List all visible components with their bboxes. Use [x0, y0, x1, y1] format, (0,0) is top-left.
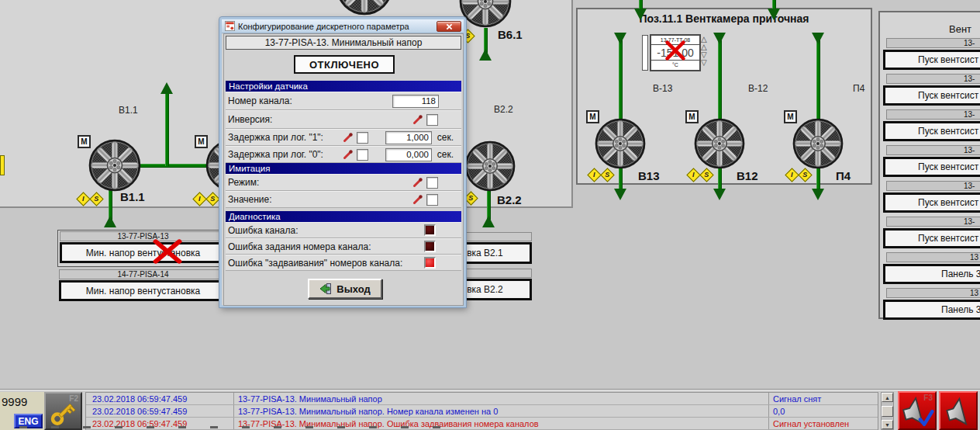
- fan-v13[interactable]: [595, 118, 646, 169]
- flow-arrow-up-icon: [104, 216, 116, 227]
- indicator-letter: I: [593, 172, 595, 179]
- vent-systems-title: Вент: [949, 23, 971, 35]
- pisa-13-button[interactable]: Мин. напор вентустановка: [60, 242, 226, 263]
- button-label: Пуск вентсист: [918, 197, 978, 208]
- edit-tool-icon[interactable]: [343, 149, 354, 160]
- scroll-down-button[interactable]: ▼: [882, 420, 893, 429]
- pisa-13-tag: 13-77-PISA-13: [117, 232, 168, 241]
- duct-label-v13: В-13: [653, 83, 672, 94]
- indicator-value: -151.00: [651, 45, 699, 61]
- indicator-letter: S: [94, 196, 98, 203]
- panel-button[interactable]: Панель 3: [883, 300, 980, 320]
- scroll-thumb[interactable]: [882, 406, 893, 417]
- indicator-letter: S: [704, 172, 709, 179]
- event-status: 0,0: [773, 407, 785, 416]
- fan-top-cut[interactable]: [336, 0, 393, 16]
- flow-arrow-down-icon: [713, 189, 726, 200]
- flow-arrow-down-icon: [768, 9, 780, 20]
- toolbar-ticks: [19, 426, 442, 428]
- vent-group-header: 13-: [886, 74, 980, 84]
- fan-b6-1[interactable]: [459, 0, 512, 28]
- mode-row: Режим:: [226, 174, 461, 191]
- flow-arrow-down-icon: [614, 189, 626, 200]
- start-ventsystem-button[interactable]: Пуск вентсист: [883, 157, 980, 177]
- fan-label-p4: П4: [836, 169, 851, 182]
- indicator-letter: S: [802, 172, 807, 179]
- value-checkbox[interactable]: [426, 194, 438, 206]
- channel-duplication-error-row: Ошибка "задваивания" номеров канала:: [226, 255, 461, 271]
- vent-chamber-title: Поз.11.1 Венткамера приточная: [578, 12, 871, 25]
- signal-indicator[interactable]: S: [205, 192, 219, 206]
- spinner-down-icon[interactable]: ▽: [701, 59, 707, 67]
- dialog-titlebar[interactable]: Конфигурирование дискретного параметра: [222, 19, 464, 33]
- alarm-mute-button[interactable]: [939, 391, 978, 430]
- button-label: Панель 3: [941, 269, 980, 279]
- delay-log1-input[interactable]: [385, 131, 432, 144]
- start-ventsystem-button[interactable]: Пуск вентсист: [883, 85, 980, 106]
- start-ventsystem-button[interactable]: Пуск вентсист: [883, 121, 980, 141]
- vent-group-tag: 13-: [964, 182, 975, 190]
- temperature-indicator[interactable]: 13-77-TT-08 -151.00 °C: [650, 34, 701, 71]
- flow-arrow-up-icon: [479, 49, 492, 61]
- motor-box[interactable]: M: [78, 135, 91, 148]
- interlock-indicator[interactable]: I: [76, 192, 90, 206]
- inversion-row: Инверсия:: [226, 110, 461, 129]
- pisa-14-header: 14-77-PISA-14: [59, 269, 227, 279]
- state-button[interactable]: ОТКЛЮЧЕНО: [294, 55, 395, 74]
- interlock-indicator[interactable]: I: [192, 192, 206, 206]
- edit-tool-icon[interactable]: [412, 114, 423, 125]
- start-ventsystem-button[interactable]: Пуск вентсист: [883, 192, 980, 213]
- channel-number-label: Номер канала:: [228, 95, 392, 106]
- vent-group-tag: 13: [970, 289, 978, 297]
- delay-log0-input[interactable]: [385, 148, 432, 161]
- mode-checkbox[interactable]: [426, 177, 438, 189]
- event-text: 13-77-PISA-13. Минимальный напор: [238, 394, 382, 404]
- close-icon: [446, 23, 453, 30]
- channel-error-row: Ошибка канала:: [226, 222, 461, 238]
- pisa-13-group: 13-77-PISA-13 Мин. напор вентустановка: [57, 230, 229, 267]
- delay-log0-row: Задержка при лог. "0": сек.: [226, 146, 461, 163]
- edit-tool-icon[interactable]: [412, 194, 423, 205]
- delay-log1-checkbox[interactable]: [357, 132, 368, 144]
- exit-button[interactable]: Выход: [308, 279, 382, 299]
- key-access-button[interactable]: F2: [44, 392, 82, 430]
- event-log-row[interactable]: 23.02.2018 06:59:47.459 13-77-PISA-13. М…: [86, 393, 878, 405]
- vent-group-tag: 13: [970, 253, 978, 262]
- start-ventsystem-button[interactable]: Пуск вентсист: [883, 50, 980, 70]
- signal-indicator[interactable]: S: [464, 191, 478, 205]
- close-button[interactable]: [437, 21, 461, 32]
- fan-b2-2[interactable]: [464, 140, 516, 192]
- channel-number-row: Номер канала:: [226, 92, 461, 110]
- duct-label-b11: B1.1: [119, 105, 138, 116]
- pisa-14-button-label: Мин. напор вентустановка: [86, 286, 200, 296]
- pisa-14-button[interactable]: Мин. напор вентустановка: [59, 280, 227, 301]
- inversion-label: Инверсия:: [228, 114, 412, 125]
- partial-sensor-shape: [0, 155, 5, 175]
- event-log-row[interactable]: 23.02.2018 06:59:47.459 13-77-PISA-13. М…: [86, 405, 878, 418]
- fan-b1-1[interactable]: [88, 139, 141, 192]
- flow-arrow-down-icon: [713, 33, 726, 44]
- indicator-letter: I: [82, 196, 85, 203]
- inversion-checkbox[interactable]: [426, 114, 438, 126]
- duct-label-p4: П4: [853, 83, 864, 94]
- indicator-letter: S: [605, 172, 609, 179]
- start-ventsystem-button[interactable]: Пуск вентсист: [883, 228, 980, 248]
- delay-log0-checkbox[interactable]: [357, 149, 368, 161]
- fan-v12[interactable]: [694, 118, 745, 169]
- edit-tool-icon[interactable]: [412, 177, 423, 188]
- flow-arrow-down-icon: [614, 33, 626, 44]
- panel-button[interactable]: Панель 3: [883, 264, 980, 284]
- motor-box[interactable]: M: [195, 135, 208, 148]
- indicator-spinner: △ △ ▽ ▽: [701, 36, 707, 67]
- exit-button-label: Выход: [336, 283, 370, 295]
- vent-group-header: 13-: [886, 181, 980, 191]
- scroll-up-button[interactable]: ▲: [882, 393, 893, 402]
- alarm-ack-button[interactable]: F3: [898, 391, 937, 430]
- edit-tool-icon[interactable]: [343, 132, 354, 143]
- channel-duplication-error-led: [424, 257, 436, 269]
- channel-number-input[interactable]: [392, 95, 439, 108]
- fan-label-b22: B2.2: [497, 193, 522, 206]
- fan-p4[interactable]: [792, 118, 844, 169]
- fan-label-v13: В13: [638, 169, 660, 182]
- signal-indicator[interactable]: S: [89, 192, 103, 206]
